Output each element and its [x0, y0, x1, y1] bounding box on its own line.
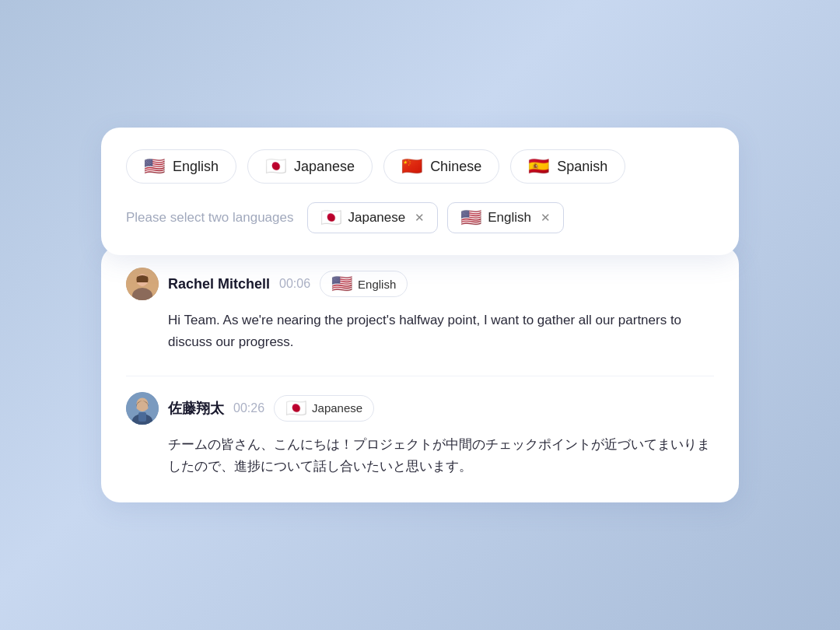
selected-label-japanese: Japanese: [348, 210, 405, 226]
select-label: Please select two languages: [126, 210, 293, 226]
message-text-sato: チームの皆さん、こんにちは！プロジェクトが中間のチェックポイントが近づいてまいり…: [126, 434, 714, 478]
selected-tags: 🇯🇵 Japanese ✕ 🇺🇸 English ✕: [307, 202, 564, 233]
lang-btn-chinese[interactable]: 🇨🇳 Chinese: [383, 149, 499, 184]
avatar-sato: [126, 392, 159, 425]
lang-label-chinese: Chinese: [430, 159, 481, 175]
lang-btn-spanish[interactable]: 🇪🇸 Spanish: [510, 149, 625, 184]
message-block-2: 佐藤翔太 00:26 🇯🇵 Japanese チームの皆さん、こんにちは！プロジ…: [126, 392, 714, 478]
speaker-name-rachel: Rachel Mitchell: [168, 276, 270, 292]
flag-english: 🇺🇸: [144, 158, 165, 175]
remove-english-button[interactable]: ✕: [541, 211, 551, 225]
selected-label-english: English: [488, 210, 531, 226]
remove-japanese-button[interactable]: ✕: [415, 211, 425, 225]
lang-badge-sato: 🇯🇵 Japanese: [274, 395, 374, 422]
lang-badge-rachel: 🇺🇸 English: [320, 271, 408, 297]
bottom-card: Rachel Mitchell 00:06 🇺🇸 English Hi Team…: [101, 246, 739, 502]
speaker-name-sato: 佐藤翔太: [168, 399, 224, 418]
flag-chinese: 🇨🇳: [401, 158, 422, 175]
language-button-group: 🇺🇸 English 🇯🇵 Japanese 🇨🇳 Chinese 🇪🇸 Spa…: [126, 149, 714, 184]
lang-name-rachel: English: [358, 278, 396, 291]
timestamp-sato: 00:26: [233, 401, 264, 415]
main-wrapper: 🇺🇸 English 🇯🇵 Japanese 🇨🇳 Chinese 🇪🇸 Spa…: [101, 128, 739, 502]
flag-japanese: 🇯🇵: [265, 158, 286, 175]
timestamp-rachel: 00:06: [279, 277, 310, 291]
selected-flag-english: 🇺🇸: [460, 209, 481, 226]
message-header-1: Rachel Mitchell 00:06 🇺🇸 English: [126, 268, 714, 300]
avatar-rachel: [126, 268, 159, 300]
top-card: 🇺🇸 English 🇯🇵 Japanese 🇨🇳 Chinese 🇪🇸 Spa…: [101, 128, 739, 255]
lang-flag-rachel: 🇺🇸: [331, 275, 352, 292]
lang-btn-english[interactable]: 🇺🇸 English: [126, 149, 236, 184]
flag-spanish: 🇪🇸: [528, 158, 549, 175]
message-header-2: 佐藤翔太 00:26 🇯🇵 Japanese: [126, 392, 714, 425]
lang-name-sato: Japanese: [312, 401, 362, 415]
divider: [126, 376, 714, 376]
lang-btn-japanese[interactable]: 🇯🇵 Japanese: [247, 149, 373, 184]
lang-label-english: English: [173, 159, 219, 175]
selected-tag-japanese: 🇯🇵 Japanese ✕: [307, 202, 438, 233]
svg-rect-7: [138, 412, 146, 422]
lang-flag-sato: 🇯🇵: [285, 400, 306, 417]
select-row: Please select two languages 🇯🇵 Japanese …: [126, 202, 714, 233]
selected-flag-japanese: 🇯🇵: [320, 209, 341, 226]
message-block-1: Rachel Mitchell 00:06 🇺🇸 English Hi Team…: [126, 268, 714, 353]
selected-tag-english: 🇺🇸 English ✕: [447, 202, 564, 233]
message-text-rachel: Hi Team. As we're nearing the project's …: [126, 310, 714, 353]
lang-label-spanish: Spanish: [557, 159, 607, 175]
lang-label-japanese: Japanese: [294, 159, 355, 175]
